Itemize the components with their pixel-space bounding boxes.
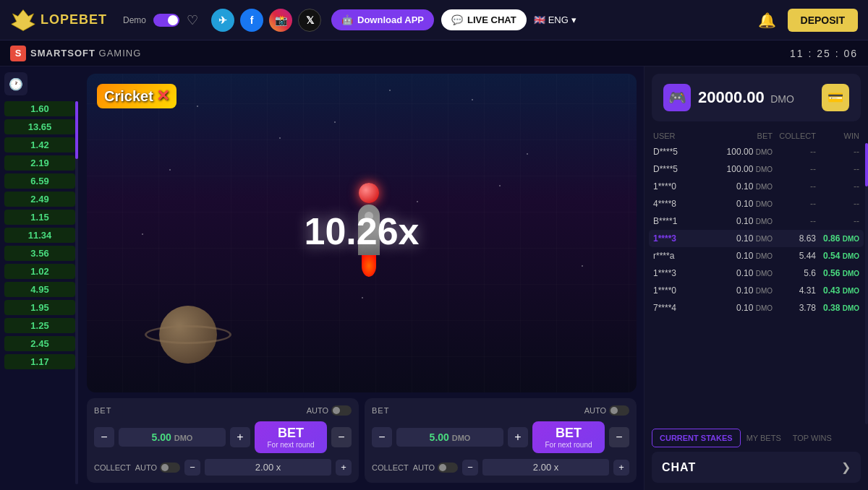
multiplier-item[interactable]: 1.17 [4, 354, 75, 369]
multiplier-item[interactable]: 6.59 [4, 173, 75, 189]
right-sidebar: 🎮 20000.00 DMO 💳 USER BET COLLECT WIN D*… [644, 66, 868, 490]
table-scrollbar[interactable] [865, 143, 868, 424]
history-icon[interactable]: 🕐 [4, 72, 27, 95]
collect-decrease-2[interactable]: − [462, 460, 478, 476]
table-row: 7****4 0.10 DMO 3.78 0.38 DMO [649, 299, 864, 317]
col-collect: COLLECT [773, 132, 816, 140]
left-sidebar: 🕐 1.60 13.65 1.42 2.19 6.59 2.49 1.15 11… [0, 66, 80, 490]
multiplier-list: 1.60 13.65 1.42 2.19 6.59 2.49 1.15 11.3… [4, 101, 75, 369]
auto-toggle-2[interactable] [609, 405, 629, 416]
table-row: 1****3 0.10 DMO 5.6 0.56 DMO [649, 265, 864, 282]
bet-panel-1: BET AUTO − 5.00 DMO + [87, 398, 359, 483]
multiplier-item[interactable]: 2.45 [4, 336, 75, 351]
bet-controls: BET AUTO − 5.00 DMO + [87, 398, 637, 483]
collect-value-2: 2.00 x [482, 459, 609, 476]
main-layout: 🕐 1.60 13.65 1.42 2.19 6.59 2.49 1.15 11… [0, 66, 868, 490]
sidebar-scrollbar[interactable] [75, 101, 78, 484]
collect-label-2: COLLECT [372, 463, 409, 472]
balance-area: 🎮 20000.00 DMO 💳 [652, 74, 861, 121]
wallet-button[interactable]: 💳 [822, 84, 849, 111]
bet-decrease-2[interactable]: − [372, 427, 392, 447]
collect-toggle-1[interactable] [160, 463, 180, 473]
collect-auto-1: AUTO [135, 463, 157, 472]
multiplier-item[interactable]: 13.65 [4, 119, 75, 134]
stakes-tabs: CURRENT STAKES MY BETS TOP WINS [644, 424, 868, 452]
multiplier-display: 10.26x [304, 210, 419, 253]
svg-marker-0 [12, 9, 35, 30]
current-stakes-tab[interactable]: CURRENT STAKES [652, 429, 741, 447]
smartsoft-logo: S SMARTSOFT GAMING [10, 46, 141, 61]
collect-auto-2: AUTO [413, 463, 435, 472]
game-timer: 11 : 25 : 06 [790, 48, 858, 59]
multiplier-item[interactable]: 1.42 [4, 137, 75, 152]
col-bet: BET [713, 132, 773, 140]
table-row: D****5 100.00 DMO -- -- [649, 160, 864, 178]
multiplier-item[interactable]: 1.15 [4, 210, 75, 225]
instagram-icon[interactable]: 📸 [269, 9, 292, 32]
chat-arrow-icon: ❯ [841, 460, 851, 474]
table-row: 4****8 0.10 DMO -- -- [649, 195, 864, 212]
facebook-icon[interactable]: f [240, 9, 263, 32]
table-row: D****5 100.00 DMO -- -- [649, 143, 864, 160]
table-row: 1****0 0.10 DMO 4.31 0.43 DMO [649, 282, 864, 299]
collect-increase-2[interactable]: + [613, 460, 629, 476]
col-win: WIN [816, 132, 859, 140]
download-app-button[interactable]: 🤖 Download APP [331, 9, 434, 30]
table-row: B****1 0.10 DMO -- -- [649, 212, 864, 230]
multiplier-item[interactable]: 1.60 [4, 101, 75, 116]
bet-value-2: 5.00 DMO [396, 428, 503, 447]
center-area: Cricket ✕ 10.26x BET [80, 66, 644, 490]
game-canvas: Cricket ✕ 10.26x [87, 74, 637, 392]
bet-button-1[interactable]: BET For next round [255, 421, 327, 453]
multiplier-item[interactable]: 1.02 [4, 264, 75, 279]
multiplier-item[interactable]: 1.25 [4, 318, 75, 333]
chat-label: CHAT [662, 461, 696, 474]
bet-increase-2[interactable]: + [508, 427, 528, 447]
bet-label-1: BET [94, 406, 111, 415]
multiplier-item[interactable]: 11.34 [4, 228, 75, 243]
demo-label: Demo [123, 15, 146, 25]
collect-toggle-2[interactable] [438, 463, 458, 473]
bet-decrease-1[interactable]: − [94, 427, 114, 447]
chat-bar[interactable]: CHAT ❯ [652, 452, 861, 483]
telegram-icon[interactable]: ✈ [211, 9, 234, 32]
notification-bell-icon[interactable]: 🔔 [758, 12, 776, 29]
multiplier-item[interactable]: 2.19 [4, 155, 75, 171]
my-bets-tab[interactable]: MY BETS [746, 434, 781, 442]
bet-collapse-2[interactable]: − [609, 427, 629, 447]
bet-panel-2: BET AUTO − 5.00 DMO + [365, 398, 637, 483]
android-icon: 🤖 [341, 14, 353, 25]
multiplier-item[interactable]: 1.95 [4, 300, 75, 315]
col-user: USER [653, 132, 713, 140]
bet-button-2[interactable]: BET For next round [532, 421, 605, 453]
collect-value-1: 2.00 x [205, 459, 331, 476]
table-row: 1****0 0.10 DMO -- -- [649, 178, 864, 195]
collect-increase-1[interactable]: + [336, 460, 352, 476]
bet-collapse-1[interactable]: − [331, 427, 352, 447]
table-row: r****a 0.10 DMO 5.44 0.54 DMO [649, 247, 864, 265]
bet-increase-1[interactable]: + [230, 427, 250, 447]
auto-toggle-1[interactable] [331, 405, 352, 416]
x-twitter-icon[interactable]: 𝕏 [298, 9, 321, 32]
multiplier-item[interactable]: 4.95 [4, 282, 75, 297]
table-row: 1****3 0.10 DMO 8.63 0.86 DMO [649, 230, 864, 247]
bet-label-2: BET [372, 406, 389, 415]
top-wins-tab[interactable]: TOP WINS [793, 434, 832, 442]
social-icons: ✈ f 📸 𝕏 [211, 9, 321, 32]
demo-toggle[interactable] [153, 14, 179, 27]
language-selector[interactable]: 🇬🇧 ENG ▾ [534, 14, 576, 25]
heart-icon[interactable]: ♡ [187, 12, 198, 28]
game-bar: S SMARTSOFT GAMING 11 : 25 : 06 [0, 40, 868, 66]
live-chat-button[interactable]: 💬 LIVE CHAT [441, 9, 527, 30]
logo[interactable]: LOPEBET [10, 7, 107, 33]
chat-icon: 💬 [451, 14, 463, 25]
balance-display: 20000.00 DMO [698, 88, 794, 107]
multiplier-item[interactable]: 2.49 [4, 192, 75, 207]
table-header: USER BET COLLECT WIN [644, 129, 868, 143]
deposit-button[interactable]: DEPOSIT [788, 9, 858, 32]
smartsoft-icon: S [10, 46, 26, 61]
header: LOPEBET Demo ♡ ✈ f 📸 𝕏 🤖 Download APP 💬 … [0, 0, 868, 40]
multiplier-item[interactable]: 3.56 [4, 246, 75, 261]
collect-decrease-1[interactable]: − [184, 460, 200, 476]
table-body: D****5 100.00 DMO -- -- D****5 100.00 DM… [644, 143, 868, 424]
